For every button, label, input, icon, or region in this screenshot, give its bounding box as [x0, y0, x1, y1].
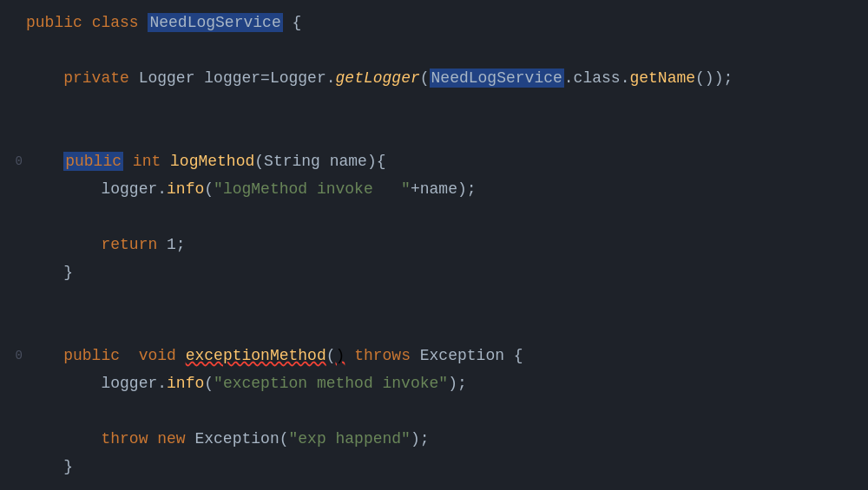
keyword-public-2: public — [65, 153, 122, 170]
type-exception: Exception — [420, 347, 504, 364]
code-line-10: } — [0, 258, 868, 286]
class-name-highlighted: NeedLogService — [148, 13, 282, 32]
code-line-empty-2 — [0, 92, 868, 120]
code-line-16: throw new Exception("exp happend"); — [0, 425, 868, 453]
keyword-throws: throws — [354, 347, 411, 364]
line-content-1: public class NeedLogService { — [26, 10, 301, 36]
string-exp-happend: "exp happend" — [289, 430, 411, 448]
line-content-16: throw new Exception("exp happend"); — [26, 427, 430, 452]
code-line-empty-1 — [0, 36, 868, 64]
method-exception: exceptionMethod — [186, 347, 326, 364]
code-line-empty-6 — [0, 314, 868, 342]
line-content-17: } — [26, 454, 73, 480]
line-content-10: } — [26, 260, 73, 285]
line-content-6: public int logMethod(String name){ — [26, 149, 386, 174]
code-line-14: logger.info("exception method invoke"); — [0, 369, 868, 397]
code-line-9: return 1; — [0, 231, 868, 258]
string-logmethod: "logMethod invoke " — [214, 180, 411, 198]
keyword-int: int — [133, 153, 161, 170]
code-line-17: } — [0, 453, 868, 480]
keyword-public: public — [26, 14, 82, 31]
var-logger: logger — [204, 69, 260, 87]
method-logmethod: logMethod — [170, 153, 254, 170]
code-line-empty-3 — [0, 120, 868, 147]
line-content-7: logger.info("logMethod invoke "+name); — [26, 177, 477, 202]
code-line-empty-7 — [0, 397, 868, 425]
code-line-7: logger.info("logMethod invoke "+name); — [0, 175, 868, 203]
line-number-13: 0 — [5, 346, 23, 365]
keyword-return: return — [101, 236, 157, 253]
keyword-public-3: public — [63, 347, 120, 364]
method-info-2: info — [167, 375, 204, 392]
type-logger: Logger — [139, 69, 195, 87]
line-content-3: private Logger logger=Logger.getLogger(N… — [26, 66, 733, 91]
line-number-6: 0 — [5, 152, 23, 171]
code-line-13: 0 public void exceptionMethod() throws E… — [0, 342, 868, 369]
method-getlogger: getLogger — [336, 69, 420, 87]
code-editor: public class NeedLogService { private Lo… — [0, 0, 868, 490]
string-exception-invoke: "exception method invoke" — [214, 375, 448, 392]
code-line-1: public class NeedLogService { — [0, 9, 868, 36]
method-getname: getName — [629, 69, 695, 87]
code-line-6: 0 public int logMethod(String name){ — [0, 147, 868, 175]
line-content-13: public void exceptionMethod() throws Exc… — [26, 343, 523, 369]
keyword-new: new — [157, 430, 185, 448]
keyword-throw: throw — [101, 430, 148, 448]
code-line-empty-5 — [0, 286, 868, 314]
code-line-3: private Logger logger=Logger.getLogger(N… — [0, 64, 868, 92]
keyword-private: private — [63, 69, 129, 87]
method-info-1: info — [167, 180, 204, 198]
line-content-9: return 1; — [26, 232, 186, 258]
line-content-14: logger.info("exception method invoke"); — [26, 371, 467, 396]
code-line-empty-4 — [0, 203, 868, 231]
keyword-class: class — [92, 14, 139, 31]
keyword-void: void — [139, 347, 176, 364]
